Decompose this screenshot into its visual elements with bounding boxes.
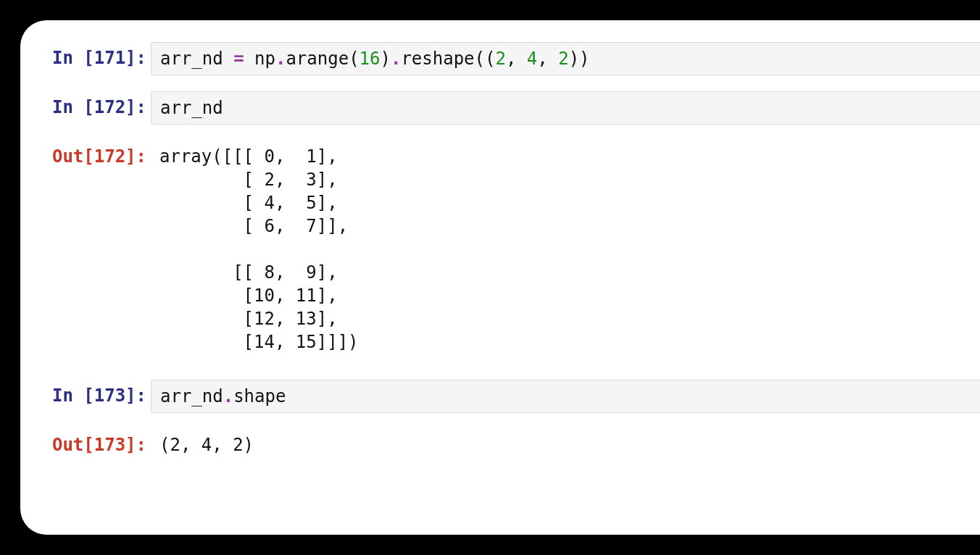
cell-in-173: In [173]: arr_nd.shape [20, 380, 980, 413]
code-token: )) [569, 49, 590, 69]
code-token: arange [286, 49, 349, 69]
code-token: arr_nd [160, 386, 223, 406]
code-token: np [244, 49, 275, 69]
prompt-out-172: Out[172]: [20, 141, 151, 172]
code-token: shape [233, 386, 286, 406]
cell-out-172: Out[172]: array([[[ 0, 1], [ 2, 3], [ 4,… [20, 141, 980, 358]
code-token: arr_nd [160, 98, 223, 118]
code-token: , [537, 49, 558, 69]
code-token: 16 [360, 49, 381, 69]
prompt-in-172: In [172]: [20, 91, 151, 123]
code-in-171[interactable]: arr_nd = np.arange(16).reshape((2, 4, 2)… [151, 42, 980, 75]
notebook-card: In [171]: arr_nd = np.arange(16).reshape… [20, 20, 980, 535]
output-out-173: (2, 4, 2) [151, 429, 980, 461]
code-token: arr_nd [160, 49, 233, 69]
cell-in-172: In [172]: arr_nd [20, 91, 980, 125]
code-token: (( [475, 49, 496, 69]
code-in-173[interactable]: arr_nd.shape [151, 380, 980, 413]
code-token: ( [349, 49, 359, 69]
code-token: , [506, 49, 527, 69]
prompt-out-173: Out[173]: [20, 429, 151, 461]
prompt-in-171: In [171]: [20, 42, 151, 74]
code-token: 4 [527, 49, 537, 69]
code-token: 2 [495, 49, 505, 69]
code-token: . [275, 49, 286, 69]
prompt-in-173: In [173]: [20, 380, 151, 412]
code-token: . [391, 49, 401, 69]
code-token: = [233, 49, 244, 69]
code-token: ) [380, 49, 390, 69]
cell-out-173: Out[173]: (2, 4, 2) [20, 429, 980, 461]
code-token: . [223, 386, 233, 406]
cell-in-171: In [171]: arr_nd = np.arange(16).reshape… [20, 42, 980, 75]
code-token: 2 [558, 49, 568, 69]
code-in-172[interactable]: arr_nd [151, 91, 980, 125]
output-out-172: array([[[ 0, 1], [ 2, 3], [ 4, 5], [ 6, … [151, 141, 980, 358]
code-token: reshape [401, 49, 474, 69]
